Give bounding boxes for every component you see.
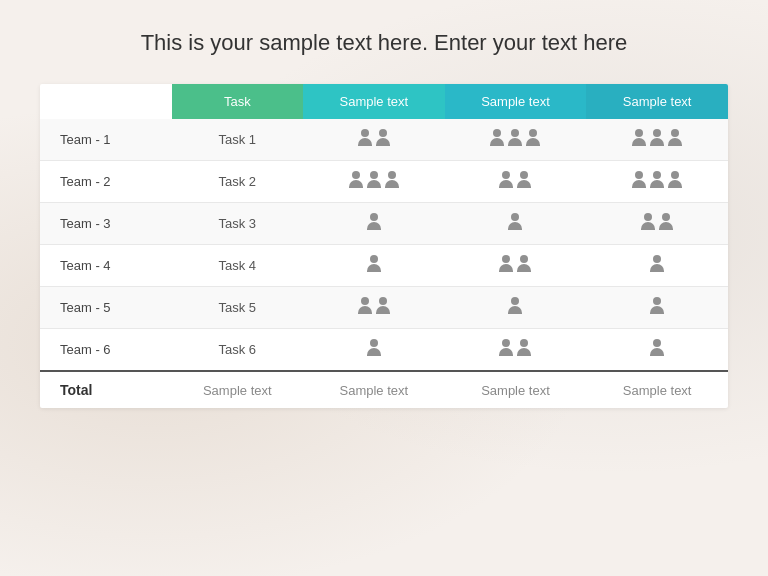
team-name: Team - 6	[40, 329, 172, 372]
footer-label: Total	[40, 371, 172, 408]
person-icon	[667, 171, 683, 189]
footer-c2: Sample text	[303, 371, 445, 408]
task-name: Task 4	[172, 245, 304, 287]
task-name: Task 5	[172, 287, 304, 329]
person-icon	[498, 171, 514, 189]
person-icon	[525, 129, 541, 147]
footer-c1: Sample text	[172, 371, 304, 408]
person-icon	[357, 297, 373, 315]
cell-col4	[586, 329, 728, 372]
cell-col3	[445, 245, 587, 287]
cell-col2	[303, 245, 445, 287]
task-name: Task 6	[172, 329, 304, 372]
person-icon	[516, 255, 532, 273]
table-row: Team - 6 Task 6	[40, 329, 728, 372]
person-icons-group	[498, 339, 532, 357]
cell-col2	[303, 329, 445, 372]
person-icons-group	[357, 129, 391, 147]
cell-col2	[303, 287, 445, 329]
person-icon	[489, 129, 505, 147]
person-icon	[649, 339, 665, 357]
person-icon	[516, 171, 532, 189]
cell-col3	[445, 329, 587, 372]
cell-col2	[303, 203, 445, 245]
team-name: Team - 2	[40, 161, 172, 203]
person-icon	[649, 297, 665, 315]
team-name: Team - 1	[40, 119, 172, 161]
person-icons-group	[631, 171, 683, 189]
cell-col3	[445, 287, 587, 329]
table-row: Team - 2 Task 2	[40, 161, 728, 203]
person-icon	[366, 339, 382, 357]
cell-col4	[586, 119, 728, 161]
person-icons-group	[366, 255, 382, 273]
person-icon	[631, 171, 647, 189]
person-icons-group	[498, 171, 532, 189]
header-sample1: Sample text	[303, 84, 445, 119]
page-title: This is your sample text here. Enter you…	[40, 30, 728, 56]
header-task: Task	[172, 84, 304, 119]
header-sample3: Sample text	[586, 84, 728, 119]
page-container: This is your sample text here. Enter you…	[0, 0, 768, 428]
team-name: Team - 3	[40, 203, 172, 245]
task-name: Task 2	[172, 161, 304, 203]
person-icons-group	[649, 297, 665, 315]
footer-row: Total Sample text Sample text Sample tex…	[40, 371, 728, 408]
cell-col4	[586, 203, 728, 245]
table-body: Team - 1 Task 1 Team - 2 Task 2 Team - 3…	[40, 119, 728, 371]
person-icons-group	[366, 213, 382, 231]
task-name: Task 1	[172, 119, 304, 161]
person-icon	[366, 171, 382, 189]
person-icon	[516, 339, 532, 357]
footer-c3: Sample text	[445, 371, 587, 408]
person-icon	[357, 129, 373, 147]
team-name: Team - 4	[40, 245, 172, 287]
person-icon	[366, 255, 382, 273]
person-icon	[348, 171, 364, 189]
person-icons-group	[348, 171, 400, 189]
person-icon	[507, 297, 523, 315]
person-icons-group	[498, 255, 532, 273]
main-table-wrapper: Task Sample text Sample text Sample text…	[40, 84, 728, 408]
person-icon	[631, 129, 647, 147]
person-icons-group	[649, 339, 665, 357]
team-task-table: Task Sample text Sample text Sample text…	[40, 84, 728, 408]
table-row: Team - 1 Task 1	[40, 119, 728, 161]
cell-col4	[586, 161, 728, 203]
table-header-row: Task Sample text Sample text Sample text	[40, 84, 728, 119]
person-icon	[667, 129, 683, 147]
person-icon	[384, 171, 400, 189]
person-icon	[498, 255, 514, 273]
person-icon	[649, 129, 665, 147]
person-icon	[658, 213, 674, 231]
person-icon	[649, 171, 665, 189]
header-sample2: Sample text	[445, 84, 587, 119]
cell-col4	[586, 287, 728, 329]
person-icon	[375, 297, 391, 315]
team-name: Team - 5	[40, 287, 172, 329]
person-icon	[649, 255, 665, 273]
person-icon	[640, 213, 656, 231]
footer-c4: Sample text	[586, 371, 728, 408]
cell-col4	[586, 245, 728, 287]
task-name: Task 3	[172, 203, 304, 245]
cell-col3	[445, 203, 587, 245]
person-icons-group	[640, 213, 674, 231]
cell-col2	[303, 161, 445, 203]
person-icon	[498, 339, 514, 357]
person-icon	[507, 213, 523, 231]
person-icons-group	[489, 129, 541, 147]
person-icons-group	[357, 297, 391, 315]
person-icon	[507, 129, 523, 147]
person-icons-group	[507, 213, 523, 231]
person-icon	[375, 129, 391, 147]
header-team	[40, 84, 172, 119]
person-icons-group	[366, 339, 382, 357]
person-icons-group	[507, 297, 523, 315]
table-row: Team - 3 Task 3	[40, 203, 728, 245]
cell-col3	[445, 161, 587, 203]
person-icon	[366, 213, 382, 231]
cell-col2	[303, 119, 445, 161]
table-row: Team - 4 Task 4	[40, 245, 728, 287]
cell-col3	[445, 119, 587, 161]
